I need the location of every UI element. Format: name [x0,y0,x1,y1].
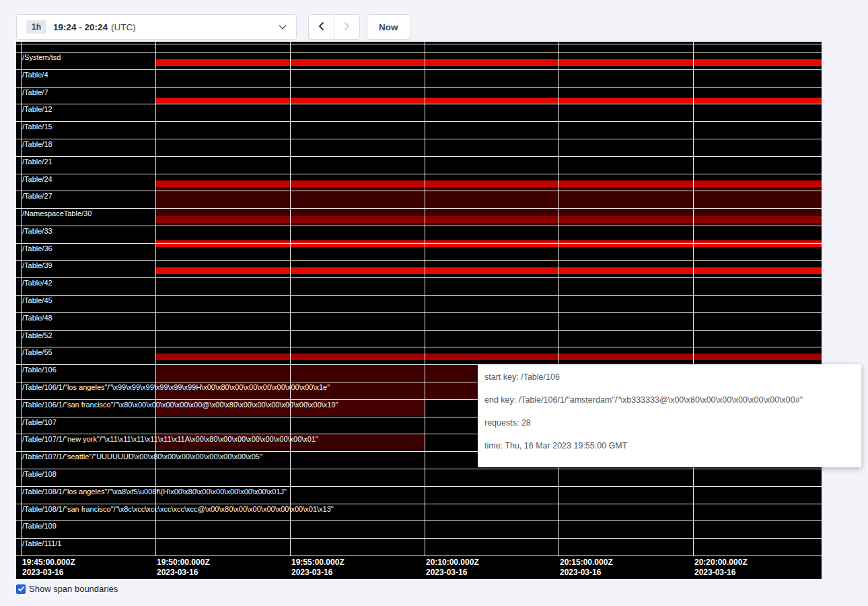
time-backward-button[interactable] [308,14,334,40]
span-boundary-line [16,226,822,226]
key-span-label: /Table/12 [22,105,52,113]
show-span-boundaries-checkbox[interactable] [16,584,26,594]
time-axis-label: 20:10:00.000Z2023-03-16 [426,558,479,578]
heat-band[interactable] [155,240,822,247]
span-boundary-line [16,504,822,504]
tooltip-end-key: end key: /Table/106/1/"amsterdam"/"\xb33… [484,395,855,405]
time-range-select[interactable]: 1h 19:24 - 20:24 (UTC) [16,14,297,40]
time-axis-date: 2023-03-16 [291,568,345,578]
time-axis-time: 19:50:00.000Z [157,558,210,568]
time-axis-date: 2023-03-16 [426,568,479,578]
key-span-label: /Table/45 [22,296,52,304]
now-button[interactable]: Now [367,14,410,40]
span-boundaries-control: Show span boundaries [16,584,118,594]
span-boundary-line [16,243,822,244]
time-axis-date: 2023-03-16 [560,568,613,578]
key-span-label: /Table/107 [22,418,57,426]
span-boundary-line [16,44,822,44]
span-boundary-line [16,538,822,539]
time-gridline [558,42,559,556]
key-span-label: /Table/107/1/"new york"/"\x11\x11\x11\x1… [22,435,318,443]
span-boundary-line [16,469,822,469]
time-axis-time: 20:20:00.000Z [694,558,748,568]
key-span-label: /Table/55 [22,348,52,356]
show-span-boundaries-label: Show span boundaries [29,584,118,594]
span-boundary-line [16,486,822,487]
span-boundary-line [16,139,822,139]
keyvis-canvas[interactable]: /System/tsd/Table/4/Table/7/Table/12/Tab… [16,42,822,579]
span-boundary-line [16,520,822,521]
span-boundary-line [16,330,822,331]
chevron-right-icon [344,22,350,33]
heat-band[interactable] [155,98,822,104]
key-span-label: /Table/27 [22,192,52,200]
duration-badge: 1h [26,20,46,34]
tooltip-requests: requests: 28 [484,418,855,428]
heat-band[interactable] [155,267,822,274]
time-forward-button[interactable] [334,14,360,40]
span-tooltip: start key: /Table/106 end key: /Table/10… [478,364,861,467]
span-boundary-line [16,191,822,191]
span-boundary-line [16,260,822,261]
check-icon [17,585,25,593]
key-span-label: /Table/36 [22,244,52,252]
time-gridline [21,42,22,556]
key-span-label: /Table/106/1/"los angeles"/"\x99\x99\x99… [22,383,330,391]
time-axis-time: 19:55:00.000Z [291,558,345,568]
key-span-label: /NamespaceTable/30 [22,209,92,217]
time-axis-time: 20:10:00.000Z [426,558,479,568]
time-gridline [693,42,694,556]
span-boundary-line [16,347,822,347]
key-span-label: /Table/108 [22,470,57,478]
span-boundary-line [16,295,822,296]
time-axis-time: 20:15:00.000Z [560,558,613,568]
time-axis-date: 2023-03-16 [157,568,210,578]
span-boundary-line [16,121,822,122]
key-span-label: /Table/106/1/"san francisco"/"\x80\x00\x… [22,401,338,409]
time-nav-button-group [308,14,360,40]
tooltip-time: time: Thu, 16 Mar 2023 19:55:00 GMT [484,441,855,451]
key-span-label: /Table/48 [22,314,52,322]
span-boundary-line [16,277,822,278]
span-boundary-line [16,556,822,556]
key-span-label: /Table/108/1/"san francisco"/"\x8c\xcc\x… [22,505,334,513]
key-span-label: /Table/4 [22,71,48,79]
span-boundary-line [16,104,822,104]
heat-band[interactable] [155,180,822,188]
span-boundary-line [16,312,822,313]
span-boundary-line [16,156,822,157]
heat-band[interactable] [155,354,822,360]
time-axis-label: 19:45:00.000Z2023-03-16 [22,558,75,578]
key-span-label: /Table/33 [22,227,52,235]
time-axis-date: 2023-03-16 [694,568,748,578]
key-span-label: /Table/106 [22,366,57,374]
time-gridline [425,42,425,556]
time-gridline [290,42,291,556]
key-span-label: /Table/109 [22,522,57,530]
span-boundary-line [16,52,822,53]
heat-band[interactable] [155,216,822,223]
key-span-label: /System/tsd [22,53,61,61]
timezone-text: (UTC) [111,22,136,32]
key-span-label: /Table/21 [22,158,52,166]
key-span-label: /Table/52 [22,331,52,339]
time-range-text: 19:24 - 20:24 [53,22,108,32]
time-axis-label: 20:15:00.000Z2023-03-16 [560,558,613,578]
time-axis-label: 20:20:00.000Z2023-03-16 [694,558,748,578]
tooltip-start-key: start key: /Table/106 [484,372,855,382]
key-span-label: /Table/107/1/"seattle"/"UUUUUUD\x00\x80\… [22,452,262,461]
time-gridline [155,42,156,556]
time-axis-time: 19:45:00.000Z [22,558,75,568]
chevron-down-icon [279,24,287,30]
span-boundary-line [16,69,822,70]
time-axis-date: 2023-03-16 [22,568,75,578]
key-span-label: /Table/111/1 [22,539,61,547]
key-span-label: /Table/7 [22,88,48,96]
key-span-label: /Table/39 [22,261,52,269]
time-axis-label: 19:50:00.000Z2023-03-16 [157,558,210,578]
heat-band[interactable] [155,59,822,66]
span-boundary-line [16,174,822,174]
span-boundary-line [16,87,822,88]
key-span-label: /Table/108/1/"los angeles"/"\xa8\xf5\u00… [22,487,287,496]
chevron-left-icon [318,22,324,33]
